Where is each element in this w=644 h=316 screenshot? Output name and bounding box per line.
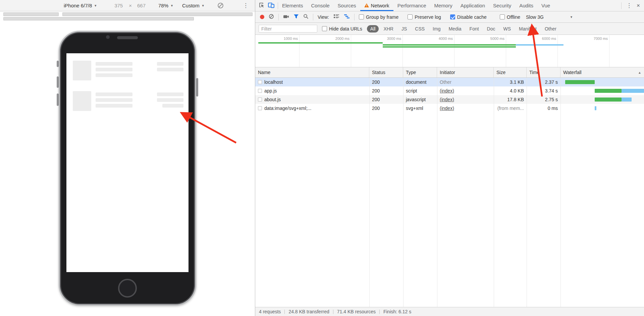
filter-pill-css[interactable]: CSS bbox=[412, 25, 428, 33]
filter-pill-all[interactable]: All bbox=[367, 25, 379, 33]
throttling-selector[interactable]: Slow 3G ▼ bbox=[526, 14, 573, 20]
device-ruler-bar[interactable] bbox=[62, 12, 253, 16]
table-row[interactable]: localhost 200 document Other 3.1 KB 2.37… bbox=[255, 78, 644, 86]
column-header-type[interactable]: Type bbox=[403, 67, 437, 77]
rotate-icon[interactable] bbox=[217, 2, 224, 9]
timeline-tick-label: 7000 ms bbox=[584, 37, 608, 41]
column-header-waterfall[interactable]: Waterfall ▲ bbox=[560, 67, 644, 77]
tab-console[interactable]: Console bbox=[307, 0, 334, 11]
checkbox-box[interactable] bbox=[500, 14, 505, 19]
toggle-device-toolbar-icon[interactable] bbox=[268, 2, 274, 9]
checkbox-label: Preserve log bbox=[415, 14, 441, 20]
device-type-selector-label: Custom bbox=[182, 3, 200, 8]
show-overview-toggle-icon[interactable] bbox=[344, 14, 350, 20]
skeleton-line bbox=[96, 68, 132, 71]
filter-pill-xhr[interactable]: XHR bbox=[380, 25, 397, 33]
device-type-selector[interactable]: Custom ▼ bbox=[182, 3, 205, 8]
tab-network[interactable]: Network bbox=[360, 0, 393, 11]
checkbox-box[interactable] bbox=[359, 14, 364, 19]
hide-data-urls-checkbox[interactable]: Hide data URLs bbox=[322, 26, 362, 31]
checkbox-box[interactable] bbox=[408, 14, 413, 19]
screenshot-camera-icon[interactable] bbox=[283, 14, 289, 20]
filter-pill-js[interactable]: JS bbox=[398, 25, 410, 33]
initiator-link[interactable]: (index) bbox=[440, 106, 454, 111]
request-time-cell: 2.37 s bbox=[527, 78, 560, 86]
filter-funnel-icon[interactable] bbox=[293, 14, 299, 20]
divider bbox=[621, 2, 622, 9]
initiator-link[interactable]: (index) bbox=[440, 88, 454, 93]
column-header-time[interactable]: Time bbox=[527, 67, 560, 77]
offline-checkbox[interactable]: Offline bbox=[500, 14, 520, 20]
tab-sources[interactable]: Sources bbox=[334, 0, 360, 11]
device-ruler-bar[interactable] bbox=[3, 17, 194, 20]
clear-icon[interactable] bbox=[269, 14, 274, 20]
devtools-menu-icon[interactable]: ⋮ bbox=[626, 2, 632, 9]
request-time-cell: 3.74 s bbox=[527, 86, 560, 95]
tab-audits[interactable]: Audits bbox=[515, 0, 537, 11]
column-header-status[interactable]: Status bbox=[369, 67, 403, 77]
filter-pill-font[interactable]: Font bbox=[466, 25, 482, 33]
device-selector[interactable]: iPhone 6/7/8 ▼ bbox=[64, 3, 97, 8]
request-size-cell: (from mem... bbox=[494, 104, 527, 113]
checkbox-box[interactable] bbox=[322, 26, 327, 31]
request-name-cell[interactable]: about.js bbox=[255, 95, 369, 104]
timeline-tick-label: 4000 ms bbox=[429, 37, 453, 41]
group-by-frame-checkbox[interactable]: Group by frame bbox=[359, 14, 398, 20]
checkbox-box[interactable] bbox=[450, 14, 455, 19]
table-row[interactable]: about.js 200 javascript (index) 17.8 KB … bbox=[255, 95, 644, 104]
table-row[interactable]: data:image/svg+xml;... 200 svg+xml (inde… bbox=[255, 104, 644, 113]
preserve-log-checkbox[interactable]: Preserve log bbox=[408, 14, 441, 20]
phone-home-button bbox=[118, 279, 137, 298]
chevron-down-icon: ▼ bbox=[94, 4, 97, 7]
search-icon[interactable] bbox=[303, 14, 309, 20]
filter-pill-img[interactable]: Img bbox=[429, 25, 444, 33]
warning-icon bbox=[364, 3, 369, 8]
column-header-name[interactable]: Name bbox=[255, 67, 369, 77]
viewport-height-field[interactable]: 667 bbox=[137, 3, 146, 8]
skeleton-line bbox=[96, 98, 132, 102]
filter-pill-ws[interactable]: WS bbox=[500, 25, 515, 33]
phone-screen[interactable] bbox=[66, 53, 189, 272]
filter-pill-other[interactable]: Other bbox=[541, 25, 560, 33]
filter-pill-media[interactable]: Media bbox=[445, 25, 465, 33]
waterfall-cell bbox=[560, 95, 644, 104]
record-network-log-icon[interactable] bbox=[260, 15, 264, 19]
devtools-tabbar: Elements Console Sources Network Perform… bbox=[255, 0, 644, 11]
timeline-tick-label: 2000 ms bbox=[326, 37, 350, 41]
dimension-times-icon: × bbox=[129, 3, 132, 8]
viewport-width-field[interactable]: 375 bbox=[114, 3, 123, 8]
network-overview-timeline[interactable]: 1000 ms 2000 ms 3000 ms 4000 ms 5000 ms … bbox=[255, 35, 644, 67]
table-row[interactable]: app.js 200 script (index) 4.0 KB 3.74 s bbox=[255, 86, 644, 95]
filter-pill-manifest[interactable]: Manifest bbox=[516, 25, 540, 33]
request-name-cell[interactable]: data:image/svg+xml;... bbox=[255, 104, 369, 113]
request-name: app.js bbox=[264, 88, 277, 93]
request-name-cell[interactable]: localhost bbox=[255, 78, 369, 86]
tab-application[interactable]: Application bbox=[457, 0, 489, 11]
transferred-size: 24.8 KB transferred bbox=[285, 309, 333, 314]
device-ruler-bar[interactable] bbox=[3, 12, 59, 16]
tab-label: Elements bbox=[282, 3, 303, 8]
tab-security[interactable]: Security bbox=[489, 0, 515, 11]
zoom-selector[interactable]: 78% ▼ bbox=[158, 3, 173, 8]
chevron-down-icon: ▼ bbox=[570, 15, 573, 19]
inspect-element-icon[interactable] bbox=[259, 2, 265, 9]
request-time-cell: 2.75 s bbox=[527, 95, 560, 104]
tab-memory[interactable]: Memory bbox=[430, 0, 457, 11]
tab-performance[interactable]: Performance bbox=[393, 0, 430, 11]
request-name-cell[interactable]: app.js bbox=[255, 86, 369, 95]
devtools-close-icon[interactable]: × bbox=[637, 2, 640, 9]
device-toolbar-menu-icon[interactable]: ⋮ bbox=[243, 2, 249, 9]
request-name: data:image/svg+xml;... bbox=[264, 106, 311, 111]
column-header-size[interactable]: Size bbox=[494, 67, 527, 77]
column-header-initiator[interactable]: Initiator bbox=[437, 67, 494, 77]
disable-cache-checkbox[interactable]: Disable cache bbox=[450, 14, 487, 20]
large-rows-toggle-icon[interactable] bbox=[333, 14, 339, 20]
filter-input[interactable] bbox=[259, 25, 317, 33]
tab-elements[interactable]: Elements bbox=[278, 0, 307, 11]
tab-vue[interactable]: Vue bbox=[537, 0, 554, 11]
filter-pill-doc[interactable]: Doc bbox=[484, 25, 499, 33]
network-summary-bar: 4 requests 24.8 KB transferred 71.4 KB r… bbox=[255, 307, 644, 316]
divider bbox=[278, 14, 279, 20]
tab-label: Security bbox=[493, 3, 511, 8]
initiator-link[interactable]: (index) bbox=[440, 97, 454, 102]
